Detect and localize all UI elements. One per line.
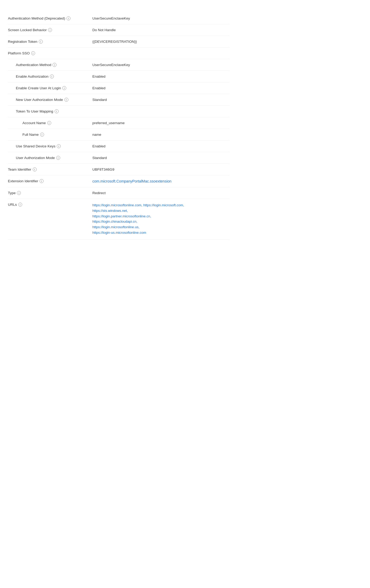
field-label-registration-token: Registration Tokeni bbox=[8, 40, 92, 44]
field-row-account-name: Account Nameipreferred_username bbox=[8, 117, 230, 129]
info-icon-platform-sso[interactable]: i bbox=[31, 51, 35, 55]
field-label-team-identifier: Team Identifieri bbox=[8, 167, 92, 171]
field-label-new-user-authorization-mode: New User Authorization Modei bbox=[8, 98, 92, 102]
field-label-extension-identifier: Extension Identifieri bbox=[8, 179, 92, 183]
field-row-use-shared-device-keys: Use Shared Device KeysiEnabled bbox=[8, 141, 230, 152]
field-row-screen-locked-behavior: Screen Locked BehavioriDo Not Handle bbox=[8, 24, 230, 36]
field-label-user-authorization-mode: User Authorization Modei bbox=[8, 156, 92, 160]
info-icon-use-shared-device-keys[interactable]: i bbox=[57, 144, 61, 148]
field-label-token-to-user-mapping: Token To User Mappingi bbox=[8, 109, 92, 113]
field-value-type: Redirect bbox=[92, 191, 230, 195]
field-row-full-name: Full Nameiname bbox=[8, 129, 230, 141]
field-value-urls: https://login.microsoftonline.com, https… bbox=[92, 203, 184, 236]
field-label-account-name: Account Namei bbox=[8, 121, 92, 125]
info-icon-account-name[interactable]: i bbox=[47, 121, 51, 125]
field-row-team-identifier: Team IdentifieriUBF8T346G9 bbox=[8, 164, 230, 175]
info-icon-enable-create-user-at-login[interactable]: i bbox=[62, 86, 66, 90]
field-row-type: TypeiRedirect bbox=[8, 187, 230, 199]
field-value-screen-locked-behavior: Do Not Handle bbox=[92, 28, 230, 32]
field-label-use-shared-device-keys: Use Shared Device Keysi bbox=[8, 144, 92, 148]
field-row-auth-method-deprecated: Authentication Method (Deprecated)iUserS… bbox=[8, 13, 230, 24]
info-icon-team-identifier[interactable]: i bbox=[33, 167, 37, 171]
info-icon-auth-method[interactable]: i bbox=[53, 63, 56, 67]
field-value-team-identifier: UBF8T346G9 bbox=[92, 167, 230, 171]
field-value-use-shared-device-keys: Enabled bbox=[92, 144, 230, 148]
info-icon-urls[interactable]: i bbox=[18, 203, 22, 207]
field-label-auth-method: Authentication Methodi bbox=[8, 63, 92, 67]
info-icon-type[interactable]: i bbox=[17, 191, 21, 195]
field-value-auth-method: UserSecureEnclaveKey bbox=[92, 63, 230, 67]
field-label-urls: URLsi bbox=[8, 203, 92, 207]
field-value-enable-authorization: Enabled bbox=[92, 74, 230, 78]
field-row-registration-token: Registration Tokeni{{DEVICEREGISTRATION}… bbox=[8, 36, 230, 48]
field-label-auth-method-deprecated: Authentication Method (Deprecated)i bbox=[8, 16, 92, 20]
info-icon-enable-authorization[interactable]: i bbox=[50, 74, 54, 78]
field-label-enable-authorization: Enable Authorizationi bbox=[8, 74, 92, 78]
field-label-enable-create-user-at-login: Enable Create User At Logini bbox=[8, 86, 92, 90]
info-icon-screen-locked-behavior[interactable]: i bbox=[48, 28, 52, 32]
field-value-new-user-authorization-mode: Standard bbox=[92, 98, 230, 102]
info-icon-new-user-authorization-mode[interactable]: i bbox=[64, 98, 68, 102]
info-icon-registration-token[interactable]: i bbox=[39, 40, 43, 44]
field-value-extension-identifier: com.microsoft.CompanyPortalMac.ssoextens… bbox=[92, 179, 172, 183]
field-row-extension-identifier: Extension Identifiericom.microsoft.Compa… bbox=[8, 175, 230, 187]
field-label-full-name: Full Namei bbox=[8, 133, 92, 137]
field-row-token-to-user-mapping: Token To User Mappingi bbox=[8, 106, 230, 117]
field-row-enable-create-user-at-login: Enable Create User At LoginiEnabled bbox=[8, 82, 230, 94]
fields-container: Authentication Method (Deprecated)iUserS… bbox=[8, 13, 230, 240]
field-row-urls: URLsihttps://login.microsoftonline.com, … bbox=[8, 199, 230, 240]
field-value-enable-create-user-at-login: Enabled bbox=[92, 86, 230, 90]
field-label-type: Typei bbox=[8, 191, 92, 195]
info-icon-extension-identifier[interactable]: i bbox=[40, 179, 44, 183]
field-label-screen-locked-behavior: Screen Locked Behaviori bbox=[8, 28, 92, 32]
info-icon-full-name[interactable]: i bbox=[40, 133, 44, 137]
info-icon-user-authorization-mode[interactable]: i bbox=[56, 156, 60, 160]
field-row-platform-sso: Platform SSOi bbox=[8, 48, 230, 59]
field-value-user-authorization-mode: Standard bbox=[92, 156, 230, 160]
field-value-account-name: preferred_username bbox=[92, 121, 230, 125]
field-value-full-name: name bbox=[92, 133, 230, 137]
field-row-auth-method: Authentication MethodiUserSecureEnclaveK… bbox=[8, 59, 230, 71]
info-icon-auth-method-deprecated[interactable]: i bbox=[67, 16, 70, 20]
field-value-auth-method-deprecated: UserSecureEnclaveKey bbox=[92, 16, 230, 20]
field-row-enable-authorization: Enable AuthorizationiEnabled bbox=[8, 71, 230, 82]
info-icon-token-to-user-mapping[interactable]: i bbox=[55, 109, 59, 113]
field-row-user-authorization-mode: User Authorization ModeiStandard bbox=[8, 152, 230, 164]
field-label-platform-sso: Platform SSOi bbox=[8, 51, 92, 55]
field-value-registration-token: {{DEVICEREGISTRATION}} bbox=[92, 40, 230, 44]
field-row-new-user-authorization-mode: New User Authorization ModeiStandard bbox=[8, 94, 230, 106]
